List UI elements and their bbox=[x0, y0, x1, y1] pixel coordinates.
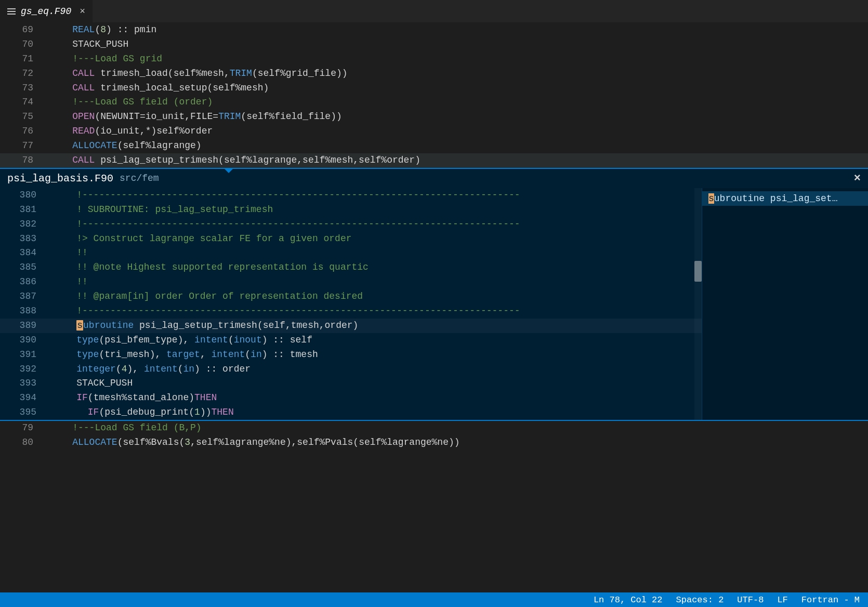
peek-header: psi_lag_basis.F90 src/fem × bbox=[0, 169, 868, 188]
line-number: 74 bbox=[0, 95, 44, 110]
code-content[interactable]: !---------------------------------------… bbox=[48, 304, 702, 319]
editor-main-continued[interactable]: 79 !---Load GS field (B,P)80 ALLOCATE(se… bbox=[0, 421, 868, 450]
code-line[interactable]: 383 !> Construct lagrange scalar FE for … bbox=[0, 232, 702, 246]
tab-bar: gs_eq.F90 × bbox=[0, 0, 868, 23]
line-number: 75 bbox=[0, 110, 44, 124]
line-number: 392 bbox=[0, 362, 48, 377]
code-line[interactable]: 69 REAL(8) :: pmin bbox=[0, 23, 868, 37]
code-content[interactable]: IF(tmesh%stand_alone)THEN bbox=[48, 391, 702, 405]
line-number: 380 bbox=[0, 188, 48, 203]
code-line[interactable]: 78 CALL psi_lag_setup_trimesh(self%lagra… bbox=[0, 153, 868, 168]
file-icon bbox=[7, 8, 16, 15]
code-content[interactable]: STACK_PUSH bbox=[44, 37, 868, 52]
peek-references-list[interactable]: subroutine psi_lag_set… bbox=[702, 188, 868, 420]
editor-main[interactable]: 69 REAL(8) :: pmin70 STACK_PUSH71 !---Lo… bbox=[0, 23, 868, 168]
code-line[interactable]: 395 IF(psi_debug_print(1))THEN bbox=[0, 405, 702, 420]
code-line[interactable]: 75 OPEN(NEWUNIT=io_unit,FILE=TRIM(self%f… bbox=[0, 110, 868, 124]
peek-reference-item[interactable]: subroutine psi_lag_set… bbox=[702, 191, 868, 206]
code-line[interactable]: 390 type(psi_bfem_type), intent(inout) :… bbox=[0, 333, 702, 348]
code-line[interactable]: 389 subroutine psi_lag_setup_trimesh(sel… bbox=[0, 319, 702, 333]
code-content[interactable]: type(tri_mesh), target, intent(in) :: tm… bbox=[48, 348, 702, 362]
code-line[interactable]: 77 ALLOCATE(self%lagrange) bbox=[0, 139, 868, 153]
code-line[interactable]: 380 !-----------------------------------… bbox=[0, 188, 702, 203]
code-line[interactable]: 79 !---Load GS field (B,P) bbox=[0, 421, 868, 436]
code-content[interactable]: CALL trimesh_local_setup(self%mesh) bbox=[44, 81, 868, 96]
line-number: 80 bbox=[0, 436, 44, 450]
tab-filename: gs_eq.F90 bbox=[21, 6, 71, 17]
line-number: 387 bbox=[0, 289, 48, 304]
status-language[interactable]: Fortran - M bbox=[801, 595, 860, 605]
code-content[interactable]: !---Load GS field (B,P) bbox=[44, 421, 868, 436]
code-line[interactable]: 74 !---Load GS field (order) bbox=[0, 95, 868, 110]
code-content[interactable]: ALLOCATE(self%Bvals(3,self%lagrange%ne),… bbox=[44, 436, 868, 450]
line-number: 383 bbox=[0, 232, 48, 246]
code-line[interactable]: 80 ALLOCATE(self%Bvals(3,self%lagrange%n… bbox=[0, 436, 868, 450]
status-encoding[interactable]: UTF-8 bbox=[737, 595, 764, 605]
peek-code[interactable]: 380 !-----------------------------------… bbox=[0, 188, 702, 420]
line-number: 79 bbox=[0, 421, 44, 436]
tab-gs-eq[interactable]: gs_eq.F90 × bbox=[0, 0, 93, 22]
peek-path: src/fem bbox=[120, 173, 159, 183]
code-line[interactable]: 381 ! SUBROUTINE: psi_lag_setup_trimesh bbox=[0, 203, 702, 217]
status-eol[interactable]: LF bbox=[777, 595, 787, 605]
status-spaces[interactable]: Spaces: 2 bbox=[676, 595, 724, 605]
line-number: 69 bbox=[0, 23, 44, 37]
code-line[interactable]: 73 CALL trimesh_local_setup(self%mesh) bbox=[0, 81, 868, 96]
line-number: 393 bbox=[0, 376, 48, 391]
code-content[interactable]: type(psi_bfem_type), intent(inout) :: se… bbox=[48, 333, 702, 348]
scrollbar-track[interactable] bbox=[694, 188, 702, 420]
code-content[interactable]: CALL trimesh_load(self%mesh,TRIM(self%gr… bbox=[44, 67, 868, 81]
code-content[interactable]: ! SUBROUTINE: psi_lag_setup_trimesh bbox=[48, 203, 702, 217]
code-line[interactable]: 388 !-----------------------------------… bbox=[0, 304, 702, 319]
code-content[interactable]: subroutine psi_lag_setup_trimesh(self,tm… bbox=[48, 319, 702, 333]
peek-body: 380 !-----------------------------------… bbox=[0, 188, 868, 420]
code-line[interactable]: 72 CALL trimesh_load(self%mesh,TRIM(self… bbox=[0, 67, 868, 81]
code-content[interactable]: !> Construct lagrange scalar FE for a gi… bbox=[48, 232, 702, 246]
line-number: 390 bbox=[0, 333, 48, 348]
code-line[interactable]: 391 type(tri_mesh), target, intent(in) :… bbox=[0, 348, 702, 362]
line-number: 73 bbox=[0, 81, 44, 96]
code-line[interactable]: 384 !! bbox=[0, 246, 702, 260]
code-line[interactable]: 393 STACK_PUSH bbox=[0, 376, 702, 391]
line-number: 388 bbox=[0, 304, 48, 319]
line-number: 70 bbox=[0, 37, 44, 52]
code-content[interactable]: !---Load GS field (order) bbox=[44, 95, 868, 110]
code-content[interactable]: STACK_PUSH bbox=[48, 376, 702, 391]
code-content[interactable]: !---------------------------------------… bbox=[48, 188, 702, 203]
code-line[interactable]: 71 !---Load GS grid bbox=[0, 52, 868, 67]
code-content[interactable]: !! bbox=[48, 246, 702, 260]
code-content[interactable]: CALL psi_lag_setup_trimesh(self%lagrange… bbox=[44, 153, 868, 168]
line-number: 381 bbox=[0, 203, 48, 217]
code-content[interactable]: !---Load GS grid bbox=[44, 52, 868, 67]
code-content[interactable]: !! @param[in] order Order of representat… bbox=[48, 289, 702, 304]
close-icon[interactable]: × bbox=[80, 6, 85, 17]
code-line[interactable]: 76 READ(io_unit,*)self%order bbox=[0, 124, 868, 139]
code-line[interactable]: 394 IF(tmesh%stand_alone)THEN bbox=[0, 391, 702, 405]
code-line[interactable]: 70 STACK_PUSH bbox=[0, 37, 868, 52]
code-content[interactable]: ALLOCATE(self%lagrange) bbox=[44, 139, 868, 153]
peek-filename: psi_lag_basis.F90 bbox=[7, 173, 113, 184]
code-line[interactable]: 392 integer(4), intent(in) :: order bbox=[0, 362, 702, 377]
code-content[interactable]: OPEN(NEWUNIT=io_unit,FILE=TRIM(self%fiel… bbox=[44, 110, 868, 124]
code-content[interactable]: !! bbox=[48, 275, 702, 289]
code-content[interactable]: integer(4), intent(in) :: order bbox=[48, 362, 702, 377]
peek-close-icon[interactable]: × bbox=[854, 172, 861, 185]
code-content[interactable]: REAL(8) :: pmin bbox=[44, 23, 868, 37]
code-content[interactable]: !! @note Highest supported representatio… bbox=[48, 260, 702, 275]
code-content[interactable]: IF(psi_debug_print(1))THEN bbox=[48, 405, 702, 420]
code-line[interactable]: 385 !! @note Highest supported represent… bbox=[0, 260, 702, 275]
line-number: 385 bbox=[0, 260, 48, 275]
code-line[interactable]: 386 !! bbox=[0, 275, 702, 289]
code-line[interactable]: 387 !! @param[in] order Order of represe… bbox=[0, 289, 702, 304]
line-number: 395 bbox=[0, 405, 48, 420]
status-bar: Ln 78, Col 22 Spaces: 2 UTF-8 LF Fortran… bbox=[0, 592, 868, 607]
code-content[interactable]: READ(io_unit,*)self%order bbox=[44, 124, 868, 139]
code-line[interactable]: 382 !-----------------------------------… bbox=[0, 217, 702, 232]
line-number: 77 bbox=[0, 139, 44, 153]
code-content[interactable]: !---------------------------------------… bbox=[48, 217, 702, 232]
line-number: 394 bbox=[0, 391, 48, 405]
line-number: 386 bbox=[0, 275, 48, 289]
line-number: 391 bbox=[0, 348, 48, 362]
status-position[interactable]: Ln 78, Col 22 bbox=[594, 595, 663, 605]
scrollbar-thumb[interactable] bbox=[694, 261, 702, 282]
